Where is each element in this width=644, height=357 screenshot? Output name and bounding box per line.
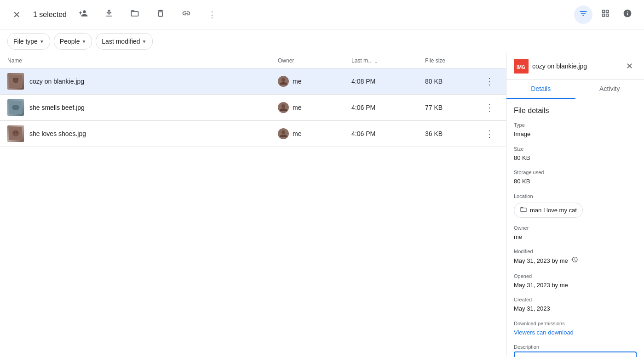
location-chip[interactable]: man I love my cat xyxy=(514,203,583,218)
location-label: Location xyxy=(514,193,637,199)
file-type-label: File type xyxy=(13,38,38,45)
svg-point-11 xyxy=(12,130,19,136)
svg-point-5 xyxy=(282,78,285,82)
delete-button[interactable] xyxy=(151,6,170,24)
file-type-arrow-icon: ▼ xyxy=(40,39,44,44)
last-modified-label: Last modified xyxy=(102,38,140,45)
type-value: Image xyxy=(514,130,637,139)
more-options-button[interactable]: ⋮ xyxy=(203,6,221,24)
owner-name: me xyxy=(293,104,301,111)
svg-point-15 xyxy=(282,130,285,134)
filter-icon xyxy=(579,9,588,20)
download-link[interactable]: Viewers can download xyxy=(514,329,574,336)
right-panel: IMG cozy on blankie.jpg ✕ Details Activi… xyxy=(506,53,644,357)
folder-icon xyxy=(130,9,139,20)
panel-content: File details Type Image Size 80 KB Stora… xyxy=(506,99,644,357)
size-label: Size xyxy=(514,146,637,152)
get-link-button[interactable] xyxy=(177,6,196,24)
col-modified-header[interactable]: Last m... ↓ xyxy=(351,57,425,64)
svg-text:IMG: IMG xyxy=(517,65,525,70)
download-group: Download permissions Viewers can downloa… xyxy=(514,321,637,337)
file-name-text: she smells beef.jpg xyxy=(29,104,85,111)
svg-point-2 xyxy=(13,78,15,80)
size-value: 80 KB xyxy=(514,153,637,163)
modified-label: Modified xyxy=(514,249,637,254)
panel-header: IMG cozy on blankie.jpg ✕ xyxy=(506,53,644,79)
owner-cell: me xyxy=(278,102,351,113)
svg-point-7 xyxy=(12,105,19,110)
panel-close-button[interactable]: ✕ xyxy=(622,59,637,74)
info-icon xyxy=(623,9,632,20)
toolbar-right xyxy=(574,6,637,24)
file-more-button[interactable]: ⋮ xyxy=(480,98,499,117)
file-name-cell: cozy on blankie.jpg xyxy=(7,73,278,90)
file-more-button[interactable]: ⋮ xyxy=(480,72,499,91)
location-group: Location man I love my cat xyxy=(514,193,637,218)
last-modified-filter[interactable]: Last modified ▼ xyxy=(96,33,152,50)
storage-label: Storage used xyxy=(514,170,637,175)
owner-label: Owner xyxy=(514,225,637,231)
avatar xyxy=(278,76,289,87)
description-label: Description xyxy=(514,344,637,350)
toolbar: ✕ 1 selected ⋮ xyxy=(0,0,644,29)
avatar xyxy=(278,128,289,139)
file-thumbnail xyxy=(7,99,24,116)
panel-filename: cozy on blankie.jpg xyxy=(532,62,618,70)
file-name-cell: she smells beef.jpg xyxy=(7,99,278,116)
size-cell: 36 KB xyxy=(425,130,480,137)
avatar xyxy=(278,102,289,113)
download-button[interactable] xyxy=(100,6,118,24)
storage-value: 80 KB xyxy=(514,177,637,186)
more-icon: ⋮ xyxy=(208,10,216,20)
storage-group: Storage used 80 KB xyxy=(514,170,637,186)
file-list: Name Owner Last m... ↓ File size cozy on… xyxy=(0,53,506,357)
col-modified-label: Last m... xyxy=(351,57,373,64)
owner-value: me xyxy=(514,232,637,242)
last-modified-arrow-icon: ▼ xyxy=(142,39,147,44)
close-selection-button[interactable]: ✕ xyxy=(7,6,26,24)
link-icon xyxy=(182,9,191,20)
filter-button[interactable] xyxy=(574,6,592,24)
type-label: Type xyxy=(514,122,637,128)
people-arrow-icon: ▼ xyxy=(81,39,86,44)
table-row[interactable]: cozy on blankie.jpg me 4:08 PM 80 KB ⋮ xyxy=(0,68,506,95)
move-to-folder-button[interactable] xyxy=(126,6,144,24)
people-label: People xyxy=(60,38,80,45)
file-more-button[interactable]: ⋮ xyxy=(480,125,499,143)
toolbar-left: ✕ 1 selected ⋮ xyxy=(7,6,574,24)
size-cell: 77 KB xyxy=(425,104,480,111)
created-label: Created xyxy=(514,297,637,302)
panel-close-icon: ✕ xyxy=(626,61,633,71)
add-person-button[interactable] xyxy=(74,6,92,24)
tab-details[interactable]: Details xyxy=(506,79,575,99)
filter-row: File type ▼ People ▼ Last modified ▼ xyxy=(0,29,644,53)
history-icon[interactable] xyxy=(571,256,578,266)
modified-cell: 4:06 PM xyxy=(351,104,425,111)
grid-view-button[interactable] xyxy=(596,6,615,24)
grid-icon xyxy=(601,9,610,20)
delete-icon xyxy=(156,9,165,20)
download-icon xyxy=(104,9,114,20)
selected-count-text: 1 selected xyxy=(33,11,67,19)
download-label: Download permissions xyxy=(514,321,637,326)
add-person-icon xyxy=(79,9,88,20)
opened-value: May 31, 2023 by me xyxy=(514,281,637,290)
owner-group: Owner me xyxy=(514,225,637,242)
location-value: man I love my cat xyxy=(530,207,577,214)
description-input[interactable] xyxy=(514,351,637,357)
file-name-text: she loves shoes.jpg xyxy=(29,130,86,137)
svg-point-12 xyxy=(13,131,15,133)
download-value: Viewers can download xyxy=(514,328,637,337)
sort-arrow-icon: ↓ xyxy=(374,57,378,64)
info-button[interactable] xyxy=(618,6,637,24)
modified-cell: 4:06 PM xyxy=(351,130,425,137)
file-name-text: cozy on blankie.jpg xyxy=(29,78,84,85)
table-row[interactable]: she loves shoes.jpg me 4:06 PM 36 KB ⋮ xyxy=(0,121,506,147)
opened-group: Opened May 31, 2023 by me xyxy=(514,273,637,290)
owner-name: me xyxy=(293,78,301,85)
description-group: Description 8 / 25,000 xyxy=(514,344,637,357)
people-filter[interactable]: People ▼ xyxy=(54,33,92,50)
file-type-filter[interactable]: File type ▼ xyxy=(7,33,50,50)
tab-activity[interactable]: Activity xyxy=(575,79,644,99)
table-row[interactable]: she smells beef.jpg me 4:06 PM 77 KB ⋮ xyxy=(0,95,506,121)
